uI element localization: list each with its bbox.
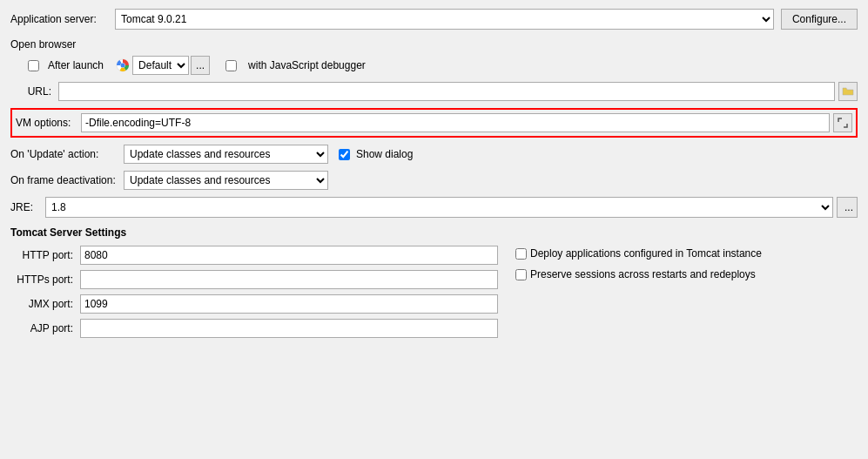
on-frame-deactivation-select[interactable]: Update classes and resources xyxy=(124,171,328,190)
on-update-select[interactable]: Update classes and resources xyxy=(124,145,328,164)
browser-select[interactable]: Default xyxy=(132,56,189,75)
app-server-label: Application server: xyxy=(10,13,115,25)
https-port-label: HTTPs port: xyxy=(10,273,80,286)
app-server-select[interactable]: Tomcat 9.0.21 xyxy=(115,9,774,30)
preserve-sessions-label: Preserve sessions across restarts and re… xyxy=(530,268,756,280)
configure-button[interactable]: Configure... xyxy=(781,9,858,30)
deploy-apps-label: Deploy applications configured in Tomcat… xyxy=(530,247,762,260)
preserve-sessions-checkbox[interactable] xyxy=(515,269,527,280)
js-debugger-checkbox[interactable] xyxy=(225,60,237,71)
on-update-label: On 'Update' action: xyxy=(10,148,124,160)
js-debugger-label: with JavaScript debugger xyxy=(248,59,366,71)
browser-browse-button[interactable]: ... xyxy=(191,56,210,75)
on-frame-deactivation-label: On frame deactivation: xyxy=(10,174,124,186)
chrome-icon xyxy=(116,58,130,72)
deploy-apps-checkbox[interactable] xyxy=(515,248,527,260)
ajp-port-input[interactable] xyxy=(80,319,498,338)
jre-label: JRE: xyxy=(10,201,45,213)
jmx-port-label: JMX port: xyxy=(10,298,80,310)
folder-icon xyxy=(842,86,854,97)
show-dialog-checkbox[interactable] xyxy=(339,149,350,160)
svg-point-2 xyxy=(121,64,125,68)
vm-options-label: VM options: xyxy=(16,117,81,129)
ajp-port-label: AJP port: xyxy=(10,322,80,334)
url-input[interactable] xyxy=(58,82,835,101)
jre-select[interactable]: 1.8 xyxy=(45,197,833,218)
url-browse-button[interactable] xyxy=(838,82,858,101)
open-browser-label: Open browser xyxy=(10,38,858,51)
vm-options-input[interactable] xyxy=(81,113,830,132)
jmx-port-input[interactable] xyxy=(80,294,498,314)
after-launch-checkbox[interactable] xyxy=(28,60,39,71)
after-launch-label: After launch xyxy=(48,59,104,71)
tomcat-settings-label: Tomcat Server Settings xyxy=(10,226,858,239)
expand-icon xyxy=(838,118,848,128)
url-label: URL: xyxy=(10,85,58,98)
show-dialog-label: Show dialog xyxy=(356,148,413,160)
http-port-input[interactable] xyxy=(80,246,498,265)
jre-browse-button[interactable]: ... xyxy=(837,197,858,218)
vm-expand-button[interactable] xyxy=(833,113,852,132)
https-port-input[interactable] xyxy=(80,270,498,289)
http-port-label: HTTP port: xyxy=(10,249,80,261)
